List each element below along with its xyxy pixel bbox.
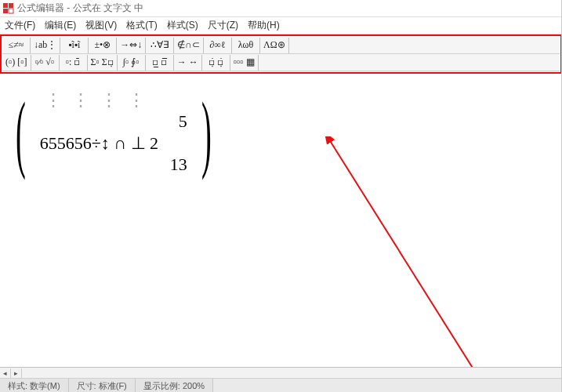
matrix-cell-expr: 655656÷↕ ∩ ⊥ 2 xyxy=(40,133,158,154)
menu-format[interactable]: 格式(T) xyxy=(126,19,157,32)
symbol-toolbar-row-1: ≤≠≈ ↓ab⋮ ▪ĩ▪ĩ ±•⊗ →⇔↓ ∴∀∃ ∉∩⊂ ∂∞ℓ λωθ ΛΩ… xyxy=(2,37,560,54)
toolbar-highlight-box: ≤≠≈ ↓ab⋮ ▪ĩ▪ĩ ±•⊗ →⇔↓ ∴∀∃ ∉∩⊂ ∂∞ℓ λωθ ΛΩ… xyxy=(0,34,562,74)
scroll-right-icon[interactable]: ▸ xyxy=(11,368,22,378)
menu-view[interactable]: 视图(V) xyxy=(85,19,117,32)
menu-bar: 文件(F) 编辑(E) 视图(V) 格式(T) 样式(S) 尺寸(Z) 帮助(H… xyxy=(0,17,562,34)
menu-help[interactable]: 帮助(H) xyxy=(248,19,280,32)
template-toolbar-row-2: (▫) [▫] ▫⁄▫ √▫ ▫: ▫̄ Σ▫ Σ▫̣ ∫▫ ∮▫ ▫̲ ▫̅ … xyxy=(2,54,560,71)
labeled-arrows-template[interactable]: → ↔ xyxy=(174,55,202,71)
status-size[interactable]: 尺寸: 标准(F) xyxy=(69,379,136,392)
overbar-template[interactable]: ▫̲ ▫̅ xyxy=(146,55,174,71)
matrix-cell: 5 xyxy=(179,111,187,132)
status-zoom[interactable]: 显示比例: 200% xyxy=(136,379,213,392)
menu-file[interactable]: 文件(F) xyxy=(5,19,35,32)
misc-symbols-palette[interactable]: ∂∞ℓ xyxy=(204,38,232,53)
window-title: 公式编辑器 - 公式在 文字文 中 xyxy=(17,2,143,15)
matrix-row-2: 655656÷↕ ∩ ⊥ 2 xyxy=(40,132,187,154)
greek-lower-palette[interactable]: λωθ xyxy=(232,38,260,53)
matrix-row-dots: ⋮ ⋮ ⋮ ⋮ xyxy=(40,89,187,111)
set-theory-palette[interactable]: ∉∩⊂ xyxy=(174,38,204,53)
fences-template[interactable]: (▫) [▫] xyxy=(2,55,31,71)
subsup-template[interactable]: ▫: ▫̄ xyxy=(60,55,88,71)
logic-palette[interactable]: ∴∀∃ xyxy=(146,38,174,53)
status-scroll-strip: ◂ ▸ xyxy=(0,368,562,379)
status-style[interactable]: 样式: 数学(M) xyxy=(0,379,69,392)
scroll-left-icon[interactable]: ◂ xyxy=(0,368,11,378)
operators-palette[interactable]: ±•⊗ xyxy=(89,38,117,53)
svg-rect-0 xyxy=(3,3,8,8)
products-template[interactable]: ▫̣̇ ▫̣̇ xyxy=(202,55,230,71)
svg-rect-1 xyxy=(9,3,13,8)
right-paren-icon: ) xyxy=(201,98,212,167)
greek-upper-palette[interactable]: ΛΩ⊛ xyxy=(260,38,289,53)
menu-style[interactable]: 样式(S) xyxy=(167,19,198,32)
fractions-template[interactable]: ▫⁄▫ √▫ xyxy=(31,55,60,71)
integral-template[interactable]: ∫▫ ∮▫ xyxy=(118,55,146,71)
svg-rect-3 xyxy=(9,9,13,13)
title-bar: 公式编辑器 - 公式在 文字文 中 xyxy=(0,0,562,17)
arrows-palette[interactable]: →⇔↓ xyxy=(117,38,146,53)
formula-display: ( ⋮ ⋮ ⋮ ⋮ 5 655656÷↕ ∩ ⊥ 2 13 ) xyxy=(6,89,220,176)
status-bar: ◂ ▸ 样式: 数学(M) 尺寸: 标准(F) 显示比例: 200% xyxy=(0,367,562,392)
spaces-palette[interactable]: ↓ab⋮ xyxy=(31,38,60,53)
matrix-body: ⋮ ⋮ ⋮ ⋮ 5 655656÷↕ ∩ ⊥ 2 13 xyxy=(35,89,192,176)
menu-size[interactable]: 尺寸(Z) xyxy=(208,19,238,32)
menu-edit[interactable]: 编辑(E) xyxy=(45,19,76,32)
summation-template[interactable]: Σ▫ Σ▫̣ xyxy=(88,55,118,71)
left-paren-icon: ( xyxy=(16,98,26,167)
status-cells: 样式: 数学(M) 尺寸: 标准(F) 显示比例: 200% xyxy=(0,379,562,392)
svg-line-4 xyxy=(329,140,509,392)
svg-rect-2 xyxy=(3,9,8,13)
relations-palette[interactable]: ≤≠≈ xyxy=(2,38,31,53)
embellishments-palette[interactable]: ▪ĩ▪ĩ xyxy=(60,38,89,53)
matrix-cell: 13 xyxy=(170,154,187,175)
matrix-template[interactable]: ▫▫▫ ▦ xyxy=(230,55,259,71)
editor-canvas[interactable]: ( ⋮ ⋮ ⋮ ⋮ 5 655656÷↕ ∩ ⊥ 2 13 ) xyxy=(0,74,562,387)
matrix-row-3: 13 xyxy=(40,154,187,176)
app-icon xyxy=(3,3,14,14)
matrix-row-1: 5 xyxy=(40,111,187,133)
